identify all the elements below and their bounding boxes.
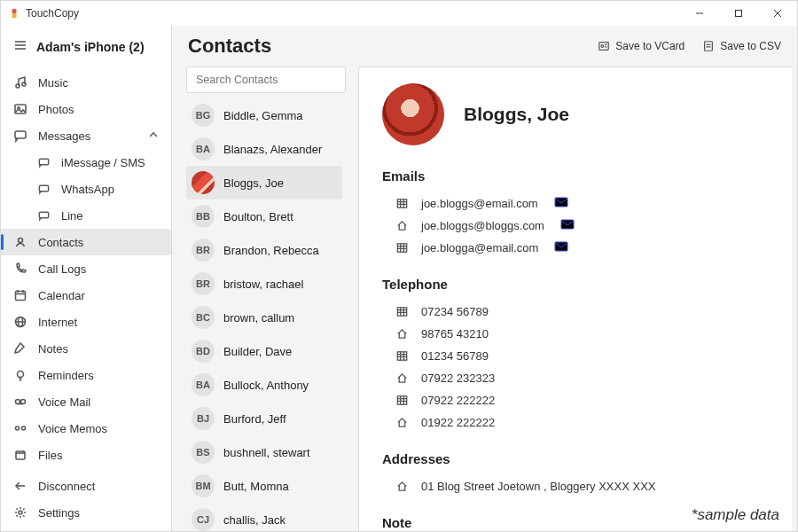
svg-point-31 (16, 426, 20, 430)
work-icon (395, 305, 409, 318)
avatar: BJ (192, 407, 215, 430)
sidebar-item-messages[interactable]: Messages (1, 122, 171, 149)
sidebar-subitem-whatsapp[interactable]: WhatsApp (1, 176, 171, 202)
sidebar-item-internet[interactable]: Internet (1, 309, 171, 335)
data-row: joe.bloggs@bloggs.com (382, 215, 769, 237)
messages-icon (13, 129, 27, 143)
svg-rect-14 (39, 159, 48, 165)
data-row: 07234 56789 (382, 301, 769, 323)
data-row: 07922 222222 (382, 389, 769, 411)
data-value: 07922 232323 (421, 372, 495, 385)
save-vcard-button[interactable]: Save to VCard (598, 40, 685, 52)
maximize-button[interactable] (719, 1, 758, 26)
sidebar-item-photos[interactable]: Photos (1, 96, 171, 122)
contact-item[interactable]: BABullock, Anthony (186, 368, 342, 402)
sidebar-item-calendar[interactable]: Calendar (1, 282, 171, 309)
home-icon (395, 327, 409, 340)
titlebar: TouchCopy (1, 1, 797, 26)
contact-item[interactable]: Bloggs, Joe (186, 166, 342, 200)
sidebar-item-voice-mail[interactable]: Voice Mail (1, 388, 171, 415)
sidebar-item-label: Call Logs (38, 262, 86, 276)
envelope-icon[interactable] (560, 219, 575, 232)
sidebar-item-label: Calendar (38, 289, 85, 302)
sidebar-footer-settings[interactable]: Settings (1, 499, 171, 526)
arrow-left-icon (13, 479, 27, 493)
sidebar-item-label: Voice Mail (38, 395, 90, 409)
avatar: BA (192, 373, 215, 396)
contact-item[interactable]: BJBurford, Jeff (186, 402, 342, 435)
sidebar-item-call-logs[interactable]: Call Logs (1, 255, 171, 282)
contact-item[interactable]: BSbushnell, stewart (186, 435, 342, 469)
contact-item[interactable]: BBBoulton, Brett (186, 200, 342, 233)
device-row[interactable]: Adam's iPhone (2) (1, 26, 171, 69)
sidebar-item-music[interactable]: Music (1, 69, 171, 96)
app-title: TouchCopy (26, 7, 79, 20)
contact-item-name: Blanazs, Alexander (223, 143, 322, 156)
sidebar-item-label: Contacts (38, 236, 83, 249)
contact-item[interactable]: BRBrandon, Rebecca (186, 233, 342, 267)
sidebar-item-contacts[interactable]: Contacts (1, 229, 171, 255)
data-row: 01234 56789 (382, 345, 769, 367)
notes-icon (13, 341, 27, 356)
gear-icon (13, 505, 27, 520)
envelope-icon[interactable] (554, 241, 568, 254)
svg-point-17 (19, 239, 23, 243)
contact-item[interactable]: BGBiddle, Gemma (186, 98, 342, 132)
svg-rect-43 (397, 200, 406, 207)
contact-item[interactable]: CJchallis, Jack (186, 503, 342, 531)
device-label: Adam's iPhone (2) (36, 40, 145, 54)
sidebar: Adam's iPhone (2) MusicPhotosMessagesiMe… (1, 26, 171, 531)
sidebar-item-label: Reminders (38, 369, 94, 382)
sidebar-item-voice-memos[interactable]: Voice Memos (1, 415, 171, 442)
contact-item[interactable]: BCbrown, callum (186, 301, 342, 334)
sidebar-item-label: Internet (38, 316, 77, 329)
contact-item[interactable]: BABlanazs, Alexander (186, 132, 342, 166)
sidebar-item-reminders[interactable]: Reminders (1, 362, 171, 388)
section-title-note: Note (382, 515, 769, 530)
sidebar-list: MusicPhotosMessagesiMessage / SMSWhatsAp… (1, 69, 171, 473)
svg-rect-61 (397, 352, 406, 360)
search-box[interactable] (186, 66, 346, 93)
sidebar-subitem-line[interactable]: Line (1, 202, 171, 229)
avatar: BA (192, 137, 215, 160)
data-value: 01922 222222 (421, 416, 495, 429)
svg-point-9 (16, 84, 20, 88)
section-title-emails: Emails (382, 168, 769, 184)
svg-rect-40 (705, 42, 713, 51)
data-value: 01 Blog Street Joetown , Bloggery XXXX X… (421, 480, 655, 493)
globe-icon (13, 315, 27, 329)
sidebar-item-label: Voice Memos (38, 422, 107, 435)
chat-icon (36, 183, 51, 196)
sidebar-footer-disconnect[interactable]: Disconnect (1, 473, 171, 499)
files-icon (13, 448, 27, 462)
contact-item[interactable]: BMButt, Momna (186, 469, 342, 503)
contact-list[interactable]: BGBiddle, GemmaBABlanazs, AlexanderBlogg… (186, 98, 346, 531)
sidebar-subitem-imessage-sms[interactable]: iMessage / SMS (1, 149, 171, 176)
search-input[interactable] (194, 73, 338, 87)
page-title: Contacts (188, 35, 271, 58)
sidebar-item-notes[interactable]: Notes (1, 335, 171, 362)
data-row: 07922 232323 (382, 367, 769, 389)
hamburger-icon[interactable] (13, 38, 27, 55)
avatar: BC (192, 306, 215, 329)
contact-item-name: Boulton, Brett (223, 210, 293, 223)
sidebar-item-files[interactable]: Files (1, 442, 171, 468)
contact-item[interactable]: BRbristow, rachael (186, 267, 342, 301)
contact-item[interactable]: BDBuilder, Dave (186, 334, 342, 368)
save-csv-button[interactable]: Save to CSV (702, 40, 781, 52)
data-row: joe.blogga@email.com (382, 237, 769, 259)
svg-point-25 (18, 372, 24, 378)
sidebar-item-label: Photos (38, 103, 74, 116)
avatar (192, 171, 215, 194)
sidebar-item-label: Disconnect (38, 480, 95, 493)
contact-item-name: Butt, Momna (223, 480, 289, 493)
home-icon (395, 219, 409, 232)
voicemail-icon (13, 395, 27, 409)
svg-point-32 (22, 426, 26, 430)
svg-point-37 (601, 45, 604, 48)
envelope-icon[interactable] (554, 197, 568, 210)
minimize-button[interactable] (680, 1, 719, 26)
close-button[interactable] (758, 1, 797, 26)
emails-section: Emails joe.bloggs@email.comjoe.bloggs@bl… (382, 168, 769, 259)
save-vcard-label: Save to VCard (615, 40, 685, 52)
